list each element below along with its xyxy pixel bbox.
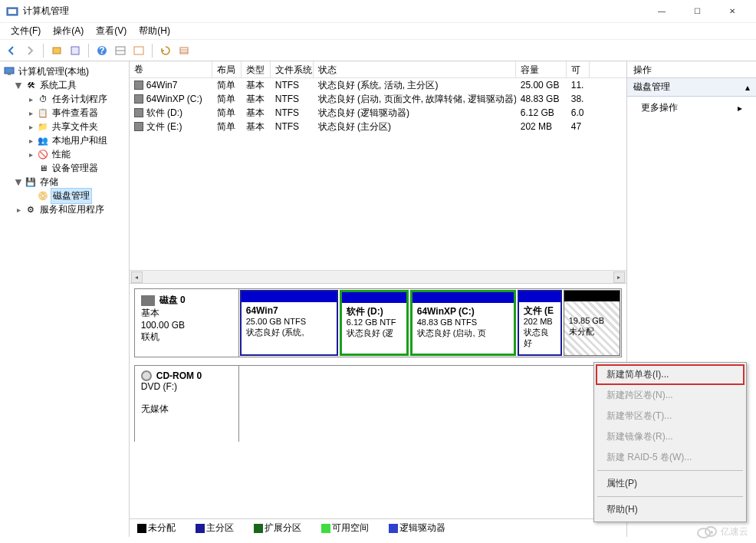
partition[interactable]: 软件 (D:)6.12 GB NTF状态良好 (逻 [340, 290, 409, 356]
volume-icon [134, 108, 143, 117]
col-filesystem[interactable]: 文件系统 [271, 61, 314, 77]
perf-icon: 🚫 [37, 148, 49, 160]
actions-section[interactable]: 磁盘管理 ▴ [627, 78, 756, 97]
tree-device-manager[interactable]: 🖥设备管理器 [26, 161, 127, 175]
actions-more[interactable]: 更多操作 ▸ [627, 97, 756, 119]
context-menu-item: 新建镜像卷(R)... [596, 426, 744, 447]
volume-row[interactable]: 64WinXP (C:)简单基本NTFS状态良好 (启动, 页面文件, 故障转储… [130, 92, 626, 106]
svg-text:?: ? [99, 45, 104, 56]
col-volume[interactable]: 卷 [130, 61, 212, 77]
menubar: 文件(F) 操作(A) 查看(V) 帮助(H) [0, 23, 756, 40]
close-button[interactable]: ✕ [715, 0, 750, 23]
volume-list-header: 卷 布局 类型 文件系统 状态 容量 可 [130, 61, 626, 78]
tree-disk-management[interactable]: 📀磁盘管理 [26, 189, 127, 202]
context-menu-item[interactable]: 帮助(H) [596, 499, 744, 520]
forward-button[interactable] [21, 42, 38, 59]
tree-event-viewer[interactable]: ▸📋事件查看器 [26, 106, 127, 120]
minimize-button[interactable]: — [644, 0, 679, 23]
tree-services[interactable]: ▸ ⚙ 服务和应用程序 [14, 202, 127, 216]
svg-rect-2 [53, 48, 61, 54]
up-button[interactable] [48, 42, 65, 59]
tree-shared-folders[interactable]: ▸📁共享文件夹 [26, 120, 127, 133]
tools-icon: 🛠 [25, 79, 37, 91]
tree-performance[interactable]: ▸🚫性能 [26, 147, 127, 161]
window-title: 计算机管理 [23, 5, 644, 18]
partition[interactable]: 64WinXP (C:)48.83 GB NTFS状态良好 (启动, 页 [410, 290, 516, 356]
refresh-button[interactable] [157, 42, 174, 59]
volume-row[interactable]: 软件 (D:)简单基本NTFS状态良好 (逻辑驱动器)6.12 GB6.0 [130, 106, 626, 120]
svg-rect-3 [71, 47, 79, 54]
menu-file[interactable]: 文件(F) [5, 23, 47, 39]
toolbar: ? [0, 40, 756, 61]
horizontal-scrollbar[interactable]: ◂ ▸ [130, 270, 626, 283]
titlebar: 计算机管理 — ☐ ✕ [0, 0, 756, 23]
volume-icon [134, 122, 143, 131]
svg-rect-8 [134, 47, 143, 54]
volume-row[interactable]: 文件 (E:)简单基本NTFS状态良好 (主分区)202 MB47 [130, 120, 626, 133]
computer-icon [3, 65, 15, 77]
maximize-button[interactable]: ☐ [679, 0, 715, 23]
expand-icon[interactable]: ⯆ [14, 81, 23, 90]
col-type[interactable]: 类型 [242, 61, 271, 77]
collapse-icon[interactable]: ▴ [745, 82, 750, 93]
context-menu-item[interactable]: 新建简单卷(I)... [596, 364, 744, 385]
partition[interactable]: 文件 (E202 MB状态良好 [518, 290, 562, 356]
event-icon: 📋 [37, 107, 49, 119]
volume-row[interactable]: 64Win7简单基本NTFS状态良好 (系统, 活动, 主分区)25.00 GB… [130, 78, 626, 92]
users-icon: 👥 [37, 134, 49, 146]
list-button[interactable] [176, 42, 192, 59]
partition[interactable]: 19.85 GB未分配 [564, 290, 620, 356]
svg-point-16 [710, 531, 713, 534]
col-free[interactable]: 可 [567, 61, 590, 77]
watermark-icon [696, 525, 718, 538]
disk-icon [141, 295, 155, 306]
disk-0-row: 磁盘 0 基本 100.00 GB 联机 64Win725.00 GB NTFS… [134, 288, 622, 357]
view-settings-button[interactable] [130, 42, 147, 59]
svg-rect-9 [180, 48, 188, 54]
legend-unalloc-swatch [137, 524, 146, 533]
view-split-button[interactable] [112, 42, 129, 59]
help-button[interactable]: ? [94, 42, 110, 59]
expand-icon[interactable]: ▸ [26, 150, 35, 159]
tree-panel: 计算机管理(本地) ⯆ 🛠 系统工具 ▸⏱任务计划程序 ▸📋事件查看器 ▸📁共享… [0, 61, 130, 537]
expand-icon[interactable]: ▸ [26, 123, 35, 131]
tree-system-tools[interactable]: ⯆ 🛠 系统工具 [14, 78, 127, 92]
context-menu-item: 新建跨区卷(N)... [596, 385, 744, 406]
legend-free-swatch [321, 524, 330, 533]
services-icon: ⚙ [25, 203, 37, 216]
expand-icon[interactable]: ▸ [26, 137, 35, 145]
tree-local-users[interactable]: ▸👥本地用户和组 [26, 133, 127, 147]
expand-icon[interactable]: ▸ [26, 109, 35, 117]
col-capacity[interactable]: 容量 [516, 61, 567, 77]
cdrom-icon [141, 370, 152, 381]
col-layout[interactable]: 布局 [212, 61, 242, 77]
expand-icon[interactable]: ▸ [26, 95, 35, 104]
expand-icon[interactable]: ⯆ [14, 178, 23, 186]
partition[interactable]: 64Win725.00 GB NTFS状态良好 (系统, [240, 290, 338, 356]
col-status[interactable]: 状态 [314, 61, 516, 77]
tree-root[interactable]: 计算机管理(本地) [2, 64, 127, 78]
tree-task-scheduler[interactable]: ▸⏱任务计划程序 [26, 92, 127, 106]
scroll-left-button[interactable]: ◂ [131, 272, 143, 283]
legend-primary-swatch [196, 524, 205, 533]
scroll-right-button[interactable]: ▸ [613, 272, 625, 283]
back-button[interactable] [3, 42, 20, 59]
context-menu-item[interactable]: 属性(P) [596, 473, 744, 494]
device-icon: 🖥 [37, 162, 49, 174]
properties-button[interactable] [67, 42, 84, 59]
menu-view[interactable]: 查看(V) [90, 23, 133, 39]
menu-action[interactable]: 操作(A) [47, 23, 90, 39]
legend-ext-swatch [254, 524, 263, 533]
share-icon: 📁 [37, 120, 49, 133]
volume-icon [134, 81, 143, 90]
clock-icon: ⏱ [37, 93, 49, 105]
chevron-right-icon: ▸ [738, 103, 742, 114]
legend: 未分配 主分区 扩展分区 可用空间 逻辑驱动器 [130, 518, 626, 537]
menu-help[interactable]: 帮助(H) [133, 23, 176, 39]
expand-icon[interactable]: ▸ [14, 206, 23, 214]
cdrom-row: CD-ROM 0 DVD (F:) 无媒体 [134, 365, 622, 442]
app-icon [6, 5, 18, 18]
disk-0-info[interactable]: 磁盘 0 基本 100.00 GB 联机 [135, 289, 239, 357]
cdrom-info[interactable]: CD-ROM 0 DVD (F:) 无媒体 [135, 366, 239, 442]
tree-storage[interactable]: ⯆ 💾 存储 [14, 175, 127, 189]
